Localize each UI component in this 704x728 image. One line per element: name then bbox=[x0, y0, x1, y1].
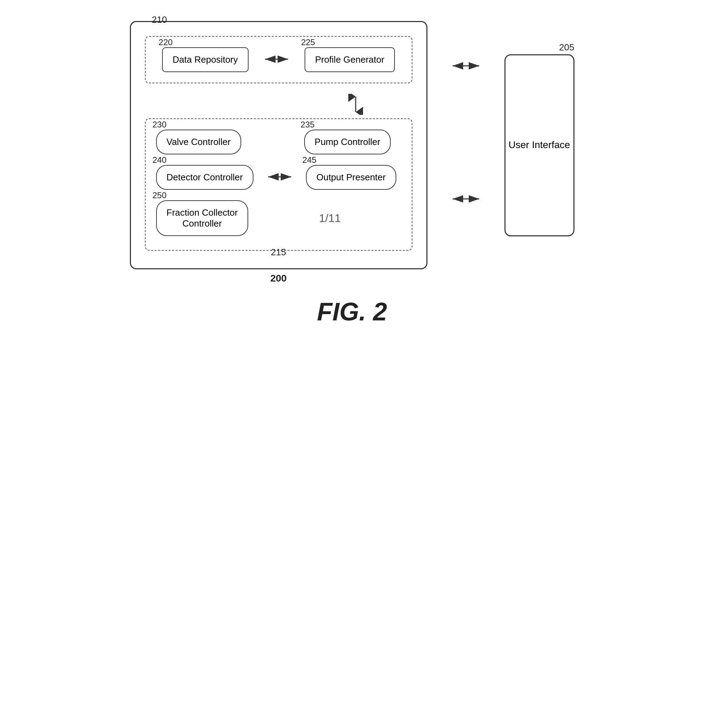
output-presenter-wrapper: 245 Output Presenter bbox=[306, 165, 396, 190]
profile-generator-wrapper: 225 Profile Generator bbox=[304, 47, 395, 72]
data-repository-label: Data Repository bbox=[173, 54, 238, 65]
user-interface-box: User Interface bbox=[505, 54, 574, 236]
ref-205-label: 205 bbox=[559, 42, 574, 53]
data-repository-wrapper: 220 Data Repository bbox=[162, 47, 248, 72]
valve-controller-wrapper: 230 Valve Controller bbox=[156, 130, 241, 155]
row-detector-output: 240 Detector Controller bbox=[156, 165, 401, 190]
fraction-collector-box: Fraction Collector Controller bbox=[156, 200, 248, 236]
detector-controller-label: Detector Controller bbox=[167, 172, 243, 182]
vert-arrow-top-bottom bbox=[299, 94, 413, 115]
ref-250-label: 250 bbox=[153, 191, 167, 200]
page-label: 1/11 bbox=[319, 212, 340, 224]
valve-controller-label: Valve Controller bbox=[167, 137, 231, 147]
row-valve-pump: 230 Valve Controller 235 Pump Controller bbox=[156, 130, 401, 155]
diagram-container: 210 220 Data Repository bbox=[130, 21, 574, 269]
pump-controller-wrapper: 235 Pump Controller bbox=[304, 130, 391, 155]
figure-caption: FIG. 2 bbox=[317, 297, 387, 326]
arrow-detector-output bbox=[264, 170, 296, 185]
profile-generator-box: Profile Generator bbox=[304, 47, 395, 72]
ref-245-label: 245 bbox=[303, 155, 316, 165]
output-presenter-label: Output Presenter bbox=[316, 172, 386, 182]
figure-caption-text: FIG. 2 bbox=[317, 298, 387, 326]
pump-controller-box: Pump Controller bbox=[304, 130, 391, 155]
ref-225-label: 225 bbox=[301, 38, 315, 47]
detector-controller-wrapper: 240 Detector Controller bbox=[156, 165, 254, 190]
ref-235-label: 235 bbox=[301, 120, 315, 130]
ref-230-label: 230 bbox=[153, 120, 167, 130]
ui-section: 205 User Interface bbox=[505, 54, 574, 236]
fraction-collector-wrapper: 250 Fraction Collector Controller bbox=[156, 200, 248, 236]
ref-210-label: 210 bbox=[152, 14, 167, 25]
pump-controller-label: Pump Controller bbox=[315, 137, 381, 147]
arrow-profile-to-ui bbox=[449, 58, 483, 75]
outer-box-200: 210 220 Data Repository bbox=[130, 21, 427, 269]
arrow-output-to-ui bbox=[449, 191, 483, 208]
output-presenter-box: Output Presenter bbox=[306, 165, 396, 190]
detector-controller-box: Detector Controller bbox=[156, 165, 254, 190]
fraction-collector-label: Fraction Collector Controller bbox=[167, 207, 238, 229]
ref-200-label: 200 bbox=[270, 273, 287, 284]
inner-top-box-210: 220 Data Repository bbox=[145, 36, 413, 83]
profile-generator-label: Profile Generator bbox=[315, 54, 384, 65]
ref-215-label: 215 bbox=[271, 247, 286, 258]
h-connector-area bbox=[449, 54, 483, 236]
inner-bottom-box-215: 230 Valve Controller 235 Pump Controller… bbox=[145, 118, 413, 251]
row-fraction-page: 250 Fraction Collector Controller 1/11 bbox=[156, 200, 401, 236]
valve-controller-box: Valve Controller bbox=[156, 130, 241, 155]
data-repository-box: Data Repository bbox=[162, 47, 248, 72]
arrow-repo-to-profile bbox=[261, 53, 292, 67]
ref-240-label: 240 bbox=[153, 155, 167, 165]
user-interface-label: User Interface bbox=[509, 139, 570, 151]
ref-220-label: 220 bbox=[159, 38, 173, 47]
